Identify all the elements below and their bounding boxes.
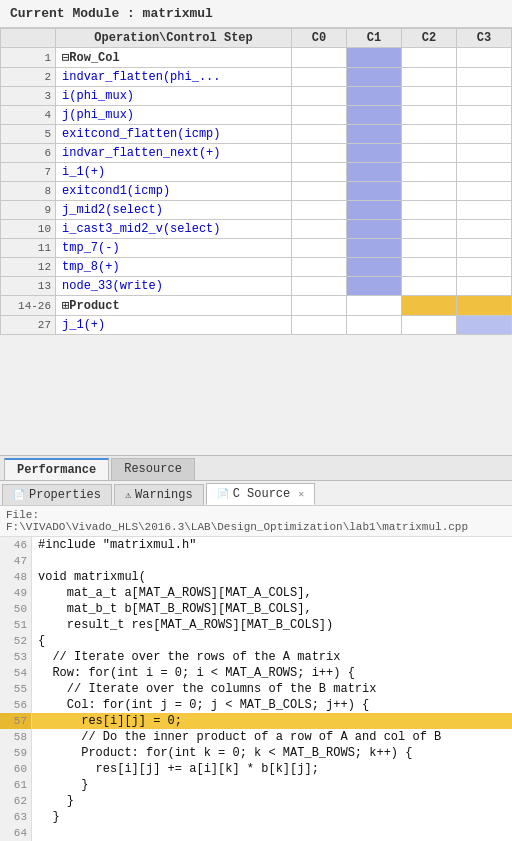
ctrl-cell-c0	[292, 125, 347, 144]
source-panel: File: F:\VIVADO\Vivado_HLS\2016.3\LAB\De…	[0, 506, 512, 841]
line-content: Product: for(int k = 0; k < MAT_B_ROWS; …	[32, 745, 418, 761]
ctrl-cell-c3	[457, 125, 512, 144]
ctrl-cell-c2	[402, 144, 457, 163]
ctrl-cell-c2	[402, 68, 457, 87]
ctrl-cell-c0	[292, 106, 347, 125]
line-content: mat_b_t b[MAT_B_ROWS][MAT_B_COLS],	[32, 601, 318, 617]
tab-csource[interactable]: 📄 C Source ✕	[206, 483, 316, 505]
ctrl-cell-c1	[347, 87, 402, 106]
inner-tab-bar: 📄 Properties ⚠ Warnings 📄 C Source ✕	[0, 481, 512, 506]
csource-close-icon[interactable]: ✕	[298, 488, 304, 500]
line-number: 53	[0, 649, 32, 665]
table-row: 9j_mid2(select)	[1, 201, 512, 220]
line-content: // Iterate over the rows of the A matrix	[32, 649, 346, 665]
ctrl-cell-c0	[292, 144, 347, 163]
ctrl-cell-c1	[347, 258, 402, 277]
tab-properties[interactable]: 📄 Properties	[2, 484, 112, 505]
line-content: }	[32, 793, 80, 809]
row-number: 4	[1, 106, 56, 125]
op-name: tmp_7(-)	[56, 239, 292, 258]
ctrl-cell-c2	[402, 106, 457, 125]
ctrl-cell-c2	[402, 239, 457, 258]
ctrl-cell-c3	[457, 296, 512, 316]
line-content: #include "matrixmul.h"	[32, 537, 202, 553]
ctrl-cell-c3	[457, 258, 512, 277]
ctrl-cell-c0	[292, 48, 347, 68]
code-line: 62 }	[0, 793, 512, 809]
row-number: 3	[1, 87, 56, 106]
op-name: exitcond1(icmp)	[56, 182, 292, 201]
line-content: res[i][j] += a[i][k] * b[k][j];	[32, 761, 325, 777]
op-name: i_cast3_mid2_v(select)	[56, 220, 292, 239]
schedule-table-container: Operation\Control Step C0 C1 C2 C3 1⊟Row…	[0, 28, 512, 335]
ctrl-cell-c2	[402, 201, 457, 220]
ctrl-cell-c3	[457, 144, 512, 163]
table-row: 5exitcond_flatten(icmp)	[1, 125, 512, 144]
line-content: }	[32, 777, 94, 793]
row-number: 2	[1, 68, 56, 87]
properties-icon: 📄	[13, 489, 25, 501]
code-line: 57 res[i][j] = 0;	[0, 713, 512, 729]
bottom-tabs-outer: Performance Resource	[0, 455, 512, 481]
ctrl-cell-c1	[347, 316, 402, 335]
line-number: 61	[0, 777, 32, 793]
ctrl-cell-c3	[457, 106, 512, 125]
ctrl-cell-c0	[292, 182, 347, 201]
row-number: 5	[1, 125, 56, 144]
ctrl-cell-c3	[457, 182, 512, 201]
table-row: 7i_1(+)	[1, 163, 512, 182]
op-name: tmp_8(+)	[56, 258, 292, 277]
ctrl-cell-c2	[402, 220, 457, 239]
ctrl-cell-c3	[457, 239, 512, 258]
ctrl-cell-c3	[457, 220, 512, 239]
code-line: 52{	[0, 633, 512, 649]
ctrl-cell-c2	[402, 125, 457, 144]
line-number: 48	[0, 569, 32, 585]
line-content: {	[32, 633, 51, 649]
op-name: ⊟Row_Col	[56, 48, 292, 68]
code-line: 48void matrixmul(	[0, 569, 512, 585]
outer-tab-bar: Performance Resource	[0, 456, 512, 481]
ctrl-cell-c0	[292, 277, 347, 296]
ctrl-cell-c0	[292, 316, 347, 335]
line-content: // Iterate over the columns of the B mat…	[32, 681, 382, 697]
ctrl-cell-c1	[347, 144, 402, 163]
ctrl-cell-c2	[402, 316, 457, 335]
file-path: File: F:\VIVADO\Vivado_HLS\2016.3\LAB\De…	[0, 506, 512, 537]
ctrl-cell-c2	[402, 182, 457, 201]
row-number: 11	[1, 239, 56, 258]
code-line: 64	[0, 825, 512, 841]
ctrl-cell-c0	[292, 258, 347, 277]
op-name: i_1(+)	[56, 163, 292, 182]
table-row: 8exitcond1(icmp)	[1, 182, 512, 201]
tab-resource[interactable]: Resource	[111, 458, 195, 480]
row-number: 14-26	[1, 296, 56, 316]
tab-csource-label: C Source	[233, 487, 291, 501]
ctrl-cell-c3	[457, 201, 512, 220]
line-number: 52	[0, 633, 32, 649]
code-line: 59 Product: for(int k = 0; k < MAT_B_ROW…	[0, 745, 512, 761]
table-row: 1⊟Row_Col	[1, 48, 512, 68]
row-number: 9	[1, 201, 56, 220]
op-name: j_1(+)	[56, 316, 292, 335]
row-number: 8	[1, 182, 56, 201]
code-line: 63 }	[0, 809, 512, 825]
tab-performance[interactable]: Performance	[4, 458, 109, 480]
col-header-c2: C2	[402, 29, 457, 48]
ctrl-cell-c1	[347, 68, 402, 87]
tab-warnings[interactable]: ⚠ Warnings	[114, 484, 204, 505]
ctrl-cell-c0	[292, 239, 347, 258]
code-line: 49 mat_a_t a[MAT_A_ROWS][MAT_A_COLS],	[0, 585, 512, 601]
row-number: 13	[1, 277, 56, 296]
table-row: 6indvar_flatten_next(+)	[1, 144, 512, 163]
ctrl-cell-c2	[402, 277, 457, 296]
row-number: 10	[1, 220, 56, 239]
row-number: 1	[1, 48, 56, 68]
ctrl-cell-c0	[292, 87, 347, 106]
line-number: 55	[0, 681, 32, 697]
line-number: 64	[0, 825, 32, 841]
code-line: 55 // Iterate over the columns of the B …	[0, 681, 512, 697]
code-container: 46#include "matrixmul.h"4748void matrixm…	[0, 537, 512, 841]
table-row: 12tmp_8(+)	[1, 258, 512, 277]
table-row: 13node_33(write)	[1, 277, 512, 296]
